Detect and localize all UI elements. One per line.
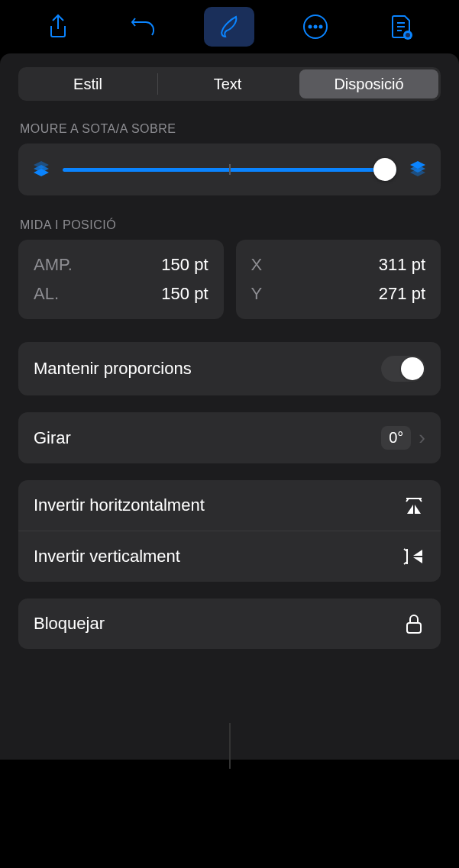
format-panel: Estil Text Disposició MOURE A SOTA/A SOB…	[0, 53, 459, 760]
constrain-row[interactable]: Mantenir proporcions	[18, 342, 441, 395]
size-section-label: MIDA I POSICIÓ	[18, 218, 441, 232]
flip-v-label: Invertir verticalment	[34, 547, 180, 566]
x-label: X	[251, 255, 263, 275]
rotate-right: 0° ›	[381, 426, 425, 450]
width-label: AMP.	[34, 255, 73, 275]
flip-vertical-row[interactable]: Invertir verticalment	[18, 531, 441, 582]
size-box[interactable]: AMP. 150 pt AL. 150 pt	[18, 240, 224, 319]
rotate-value: 0°	[381, 426, 411, 450]
format-tabs: Estil Text Disposició	[18, 67, 441, 101]
more-icon	[302, 14, 328, 40]
height-label: AL.	[34, 284, 59, 304]
rotate-row[interactable]: Girar 0° ›	[18, 412, 441, 463]
svg-point-2	[314, 26, 316, 28]
y-row[interactable]: Y 271 pt	[251, 279, 426, 308]
slider-tick	[229, 164, 231, 175]
chevron-right-icon: ›	[419, 426, 425, 450]
tab-layout[interactable]: Disposició	[299, 69, 438, 98]
layer-section-label: MOURE A SOTA/A SOBRE	[18, 122, 441, 136]
layer-front-icon	[407, 157, 428, 182]
height-value: 150 pt	[161, 284, 208, 304]
layer-order-slider[interactable]	[63, 158, 396, 181]
size-position-grid: AMP. 150 pt AL. 150 pt X 311 pt Y 271 pt	[18, 240, 441, 319]
lock-label: Bloquejar	[34, 614, 105, 634]
constrain-label: Mantenir proporcions	[34, 359, 192, 379]
undo-button[interactable]	[118, 7, 169, 47]
slider-thumb[interactable]	[373, 158, 396, 181]
constrain-panel: Mantenir proporcions	[18, 342, 441, 395]
flip-vertical-icon	[402, 545, 425, 568]
format-button[interactable]	[204, 7, 254, 47]
width-row[interactable]: AMP. 150 pt	[34, 250, 208, 279]
y-label: Y	[251, 284, 263, 304]
tab-text[interactable]: Text	[158, 67, 297, 101]
svg-point-3	[319, 26, 322, 28]
top-toolbar	[0, 0, 459, 53]
flip-panel: Invertir horitzontalment Invertir vertic…	[18, 480, 441, 582]
share-button[interactable]	[33, 7, 83, 47]
x-row[interactable]: X 311 pt	[251, 250, 426, 279]
x-value: 311 pt	[379, 255, 425, 275]
lock-panel: Bloquejar	[18, 599, 441, 649]
svg-point-1	[309, 26, 311, 28]
lock-row[interactable]: Bloquejar	[18, 599, 441, 649]
constrain-switch[interactable]	[381, 356, 425, 382]
switch-knob	[401, 357, 424, 380]
callout-line	[229, 723, 231, 769]
share-icon	[47, 14, 69, 40]
rotate-panel: Girar 0° ›	[18, 412, 441, 463]
format-brush-icon	[216, 14, 242, 40]
flip-h-label: Invertir horitzontalment	[34, 495, 205, 515]
position-box[interactable]: X 311 pt Y 271 pt	[236, 240, 441, 319]
svg-point-5	[406, 33, 410, 37]
undo-icon	[131, 15, 157, 38]
svg-rect-6	[407, 623, 421, 633]
document-icon	[390, 14, 412, 40]
layer-order-panel	[18, 144, 441, 195]
y-value: 271 pt	[379, 284, 425, 304]
height-row[interactable]: AL. 150 pt	[34, 279, 208, 308]
rotate-label: Girar	[34, 428, 71, 448]
lock-icon	[402, 612, 425, 635]
flip-horizontal-row[interactable]: Invertir horitzontalment	[18, 480, 441, 531]
width-value: 150 pt	[161, 255, 208, 275]
document-button[interactable]	[376, 7, 426, 47]
layer-back-icon	[31, 157, 52, 182]
more-button[interactable]	[290, 7, 341, 47]
tab-style[interactable]: Estil	[18, 67, 157, 101]
bottom-area	[0, 761, 459, 868]
flip-horizontal-icon	[402, 494, 425, 517]
